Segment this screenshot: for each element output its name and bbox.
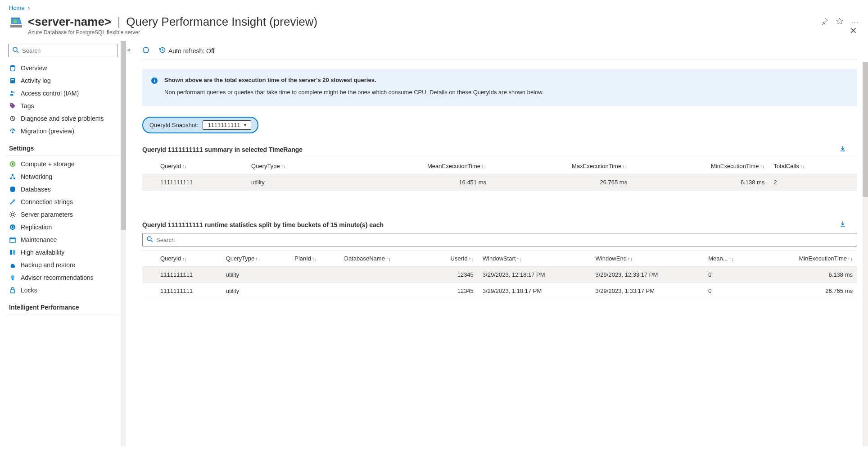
sort-icon[interactable]: ↑↓ bbox=[481, 164, 486, 169]
col-TotalCalls[interactable]: TotalCalls↑↓ bbox=[769, 158, 857, 174]
sidebar-item-label: Migration (preview) bbox=[21, 128, 74, 135]
sidebar-item-access-control-iam-[interactable]: Access control (IAM) bbox=[6, 87, 120, 100]
col-WindowEnd[interactable]: WindowEnd↑↓ bbox=[591, 251, 704, 267]
runtime-heading: QueryId 1111111111 runtime statistics sp… bbox=[142, 221, 857, 228]
sidebar-scrollbar-thumb[interactable] bbox=[121, 41, 126, 230]
svg-point-26 bbox=[11, 275, 14, 279]
sidebar-scrollbar[interactable] bbox=[121, 41, 126, 447]
sidebar-item-label: Access control (IAM) bbox=[21, 90, 79, 97]
sidebar-item-connection-strings[interactable]: Connection strings bbox=[6, 196, 120, 208]
main-scrollbar[interactable] bbox=[863, 62, 868, 447]
cell: 2 bbox=[769, 174, 857, 191]
sidebar-item-replication[interactable]: Replication bbox=[6, 221, 120, 233]
runtime-search-input[interactable] bbox=[156, 237, 853, 243]
sidebar-item-server-parameters[interactable]: Server parameters bbox=[6, 208, 120, 221]
col-UserId[interactable]: UserId↑↓ bbox=[427, 251, 478, 267]
col-WindowStart[interactable]: WindowStart↑↓ bbox=[478, 251, 591, 267]
col-MinExecutionTime[interactable]: MinExecutionTime↑↓ bbox=[758, 251, 857, 267]
cell: 0 bbox=[704, 267, 758, 283]
svg-rect-0 bbox=[10, 25, 22, 27]
databases-icon bbox=[9, 186, 16, 193]
svg-point-9 bbox=[13, 91, 15, 93]
sort-icon[interactable]: ↑↓ bbox=[729, 256, 734, 261]
sort-icon[interactable]: ↑↓ bbox=[760, 164, 764, 169]
sidebar-item-advisor-recommendations[interactable]: Advisor recommendations bbox=[6, 271, 120, 284]
svg-point-19 bbox=[13, 200, 15, 202]
server-name: <server-name> bbox=[28, 15, 111, 28]
main-scrollbar-thumb[interactable] bbox=[863, 62, 868, 197]
svg-rect-23 bbox=[10, 238, 15, 239]
sort-icon[interactable]: ↑↓ bbox=[517, 256, 522, 261]
svg-point-33 bbox=[147, 237, 151, 241]
sidebar-item-diagnose-and-solve-problems[interactable]: Diagnose and solve problems bbox=[6, 112, 120, 125]
sidebar-item-label: Locks bbox=[21, 287, 37, 294]
col-MinExecutionTime[interactable]: MinExecutionTime↑↓ bbox=[632, 158, 769, 174]
snapshot-dropdown[interactable]: 1111111111 ▾ bbox=[203, 120, 251, 130]
sidebar-item-networking[interactable]: Networking bbox=[6, 170, 120, 183]
download-icon[interactable] bbox=[839, 220, 846, 229]
sidebar-item-label: Server parameters bbox=[21, 211, 73, 218]
sidebar-item-tags[interactable]: Tags bbox=[6, 100, 120, 112]
sort-icon[interactable]: ↑↓ bbox=[182, 256, 187, 261]
col-DatabaseName[interactable]: DatabaseName↑↓ bbox=[340, 251, 428, 267]
cell: 0 bbox=[704, 283, 758, 299]
refresh-icon bbox=[142, 46, 149, 55]
info-icon bbox=[151, 77, 158, 96]
col-QueryType[interactable]: QueryType↑↓ bbox=[247, 158, 342, 174]
snapshot-label: QueryId Snapshot: bbox=[149, 122, 198, 128]
sidebar-item-compute-storage[interactable]: Compute + storage bbox=[6, 158, 120, 170]
sort-icon[interactable]: ↑↓ bbox=[800, 164, 805, 169]
cell: 12345 bbox=[427, 267, 478, 283]
col-MaxExecutionTime[interactable]: MaxExecutionTime↑↓ bbox=[491, 158, 632, 174]
col-Mean[interactable]: Mean...↑↓ bbox=[704, 251, 758, 267]
sidebar-item-high-availability[interactable]: High availability bbox=[6, 246, 120, 259]
sidebar-item-label: Diagnose and solve problems bbox=[21, 115, 104, 122]
sidebar-item-overview[interactable]: Overview bbox=[6, 62, 120, 74]
more-icon[interactable]: ··· bbox=[851, 18, 859, 25]
sort-icon[interactable]: ↑↓ bbox=[386, 256, 391, 261]
sort-icon[interactable]: ↑↓ bbox=[281, 164, 286, 169]
sidebar-search-input[interactable] bbox=[22, 47, 114, 54]
close-icon[interactable]: ✕ bbox=[850, 25, 857, 36]
sidebar-item-databases[interactable]: Databases bbox=[6, 183, 120, 196]
download-icon[interactable] bbox=[839, 145, 846, 154]
sort-icon[interactable]: ↑↓ bbox=[182, 164, 187, 169]
cell: 3/29/2023, 12:18:17 PM bbox=[478, 267, 591, 283]
sort-icon[interactable]: ↑↓ bbox=[469, 256, 474, 261]
refresh-button[interactable] bbox=[142, 46, 149, 55]
table-row[interactable]: 1111111111utility16.451 ms26.765 ms6.138… bbox=[142, 174, 857, 191]
table-row[interactable]: 1111111111utility123453/29/2023, 12:18:1… bbox=[142, 267, 857, 283]
runtime-search[interactable] bbox=[142, 233, 857, 246]
sidebar-item-locks[interactable]: Locks bbox=[6, 284, 120, 297]
col-QueryId[interactable]: QueryId↑↓ bbox=[156, 158, 247, 174]
auto-refresh-button[interactable]: Auto refresh: Off bbox=[158, 46, 214, 55]
star-icon[interactable] bbox=[836, 18, 843, 26]
tags-icon bbox=[9, 102, 16, 110]
sidebar-search[interactable] bbox=[8, 44, 118, 57]
queryid-snapshot-pill: QueryId Snapshot: 1111111111 ▾ bbox=[142, 117, 258, 133]
migration-icon bbox=[9, 128, 16, 135]
pin-icon[interactable] bbox=[821, 18, 828, 26]
sidebar-item-maintenance[interactable]: Maintenance bbox=[6, 233, 120, 246]
svg-point-10 bbox=[11, 104, 12, 105]
sort-icon[interactable]: ↑↓ bbox=[848, 256, 853, 261]
col-QueryId[interactable]: QueryId↑↓ bbox=[156, 251, 222, 267]
sort-icon[interactable]: ↑↓ bbox=[628, 256, 633, 261]
svg-line-34 bbox=[151, 240, 153, 242]
summary-table: QueryId↑↓QueryType↑↓MeanExecutionTime↑↓M… bbox=[142, 158, 857, 191]
col-QueryType[interactable]: QueryType↑↓ bbox=[222, 251, 290, 267]
table-row[interactable]: 1111111111utility123453/29/2023, 1:18:17… bbox=[142, 283, 857, 299]
cell: utility bbox=[247, 174, 342, 191]
breadcrumb-home[interactable]: Home bbox=[9, 5, 25, 11]
sort-icon[interactable]: ↑↓ bbox=[312, 256, 317, 261]
sort-icon[interactable]: ↑↓ bbox=[622, 164, 627, 169]
sidebar-item-backup-and-restore[interactable]: Backup and restore bbox=[6, 259, 120, 271]
col-MeanExecutionTime[interactable]: MeanExecutionTime↑↓ bbox=[342, 158, 491, 174]
sidebar-item-activity-log[interactable]: Activity log bbox=[6, 74, 120, 87]
sort-icon[interactable]: ↑↓ bbox=[255, 256, 260, 261]
section-rule bbox=[6, 315, 120, 315]
auto-refresh-label: Auto refresh: Off bbox=[168, 47, 214, 55]
cell: 6.138 ms bbox=[632, 174, 769, 191]
sidebar-item-migration-preview-[interactable]: Migration (preview) bbox=[6, 125, 120, 137]
col-PlanId[interactable]: PlanId↑↓ bbox=[290, 251, 339, 267]
